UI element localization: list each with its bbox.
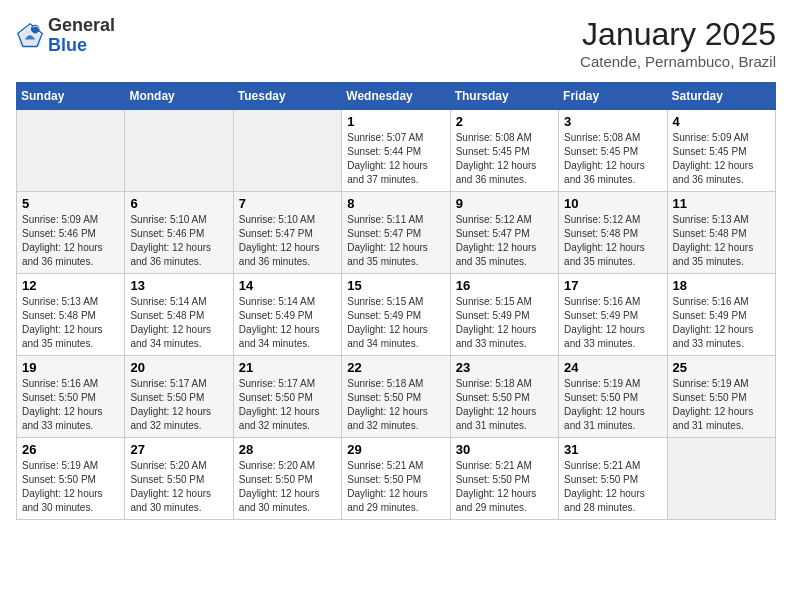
location-subtitle: Catende, Pernambuco, Brazil <box>580 53 776 70</box>
calendar-cell: 22Sunrise: 5:18 AM Sunset: 5:50 PM Dayli… <box>342 356 450 438</box>
calendar-cell <box>17 110 125 192</box>
week-row-2: 5Sunrise: 5:09 AM Sunset: 5:46 PM Daylig… <box>17 192 776 274</box>
calendar-cell: 15Sunrise: 5:15 AM Sunset: 5:49 PM Dayli… <box>342 274 450 356</box>
day-number: 10 <box>564 196 661 211</box>
day-info: Sunrise: 5:10 AM Sunset: 5:47 PM Dayligh… <box>239 213 336 269</box>
day-number: 19 <box>22 360 119 375</box>
calendar-cell: 4Sunrise: 5:09 AM Sunset: 5:45 PM Daylig… <box>667 110 775 192</box>
day-number: 4 <box>673 114 770 129</box>
calendar-cell: 14Sunrise: 5:14 AM Sunset: 5:49 PM Dayli… <box>233 274 341 356</box>
day-info: Sunrise: 5:16 AM Sunset: 5:49 PM Dayligh… <box>673 295 770 351</box>
day-number: 26 <box>22 442 119 457</box>
day-info: Sunrise: 5:12 AM Sunset: 5:48 PM Dayligh… <box>564 213 661 269</box>
week-row-1: 1Sunrise: 5:07 AM Sunset: 5:44 PM Daylig… <box>17 110 776 192</box>
calendar-cell: 24Sunrise: 5:19 AM Sunset: 5:50 PM Dayli… <box>559 356 667 438</box>
calendar-cell: 18Sunrise: 5:16 AM Sunset: 5:49 PM Dayli… <box>667 274 775 356</box>
day-info: Sunrise: 5:09 AM Sunset: 5:45 PM Dayligh… <box>673 131 770 187</box>
day-number: 29 <box>347 442 444 457</box>
day-number: 14 <box>239 278 336 293</box>
month-title: January 2025 <box>580 16 776 53</box>
calendar-cell: 3Sunrise: 5:08 AM Sunset: 5:45 PM Daylig… <box>559 110 667 192</box>
calendar-cell: 25Sunrise: 5:19 AM Sunset: 5:50 PM Dayli… <box>667 356 775 438</box>
calendar-cell <box>233 110 341 192</box>
day-number: 22 <box>347 360 444 375</box>
day-info: Sunrise: 5:14 AM Sunset: 5:48 PM Dayligh… <box>130 295 227 351</box>
page-header: General Blue January 2025 Catende, Perna… <box>16 16 776 70</box>
day-number: 7 <box>239 196 336 211</box>
calendar-cell: 8Sunrise: 5:11 AM Sunset: 5:47 PM Daylig… <box>342 192 450 274</box>
day-number: 24 <box>564 360 661 375</box>
weekday-header-thursday: Thursday <box>450 83 558 110</box>
day-info: Sunrise: 5:17 AM Sunset: 5:50 PM Dayligh… <box>239 377 336 433</box>
day-info: Sunrise: 5:12 AM Sunset: 5:47 PM Dayligh… <box>456 213 553 269</box>
day-info: Sunrise: 5:21 AM Sunset: 5:50 PM Dayligh… <box>347 459 444 515</box>
day-info: Sunrise: 5:21 AM Sunset: 5:50 PM Dayligh… <box>456 459 553 515</box>
calendar-cell: 29Sunrise: 5:21 AM Sunset: 5:50 PM Dayli… <box>342 438 450 520</box>
day-info: Sunrise: 5:18 AM Sunset: 5:50 PM Dayligh… <box>456 377 553 433</box>
calendar-table: SundayMondayTuesdayWednesdayThursdayFrid… <box>16 82 776 520</box>
calendar-cell: 5Sunrise: 5:09 AM Sunset: 5:46 PM Daylig… <box>17 192 125 274</box>
calendar-cell: 31Sunrise: 5:21 AM Sunset: 5:50 PM Dayli… <box>559 438 667 520</box>
day-info: Sunrise: 5:13 AM Sunset: 5:48 PM Dayligh… <box>22 295 119 351</box>
calendar-cell: 2Sunrise: 5:08 AM Sunset: 5:45 PM Daylig… <box>450 110 558 192</box>
weekday-header-friday: Friday <box>559 83 667 110</box>
day-info: Sunrise: 5:19 AM Sunset: 5:50 PM Dayligh… <box>22 459 119 515</box>
calendar-cell: 19Sunrise: 5:16 AM Sunset: 5:50 PM Dayli… <box>17 356 125 438</box>
day-number: 11 <box>673 196 770 211</box>
weekday-header-row: SundayMondayTuesdayWednesdayThursdayFrid… <box>17 83 776 110</box>
day-number: 9 <box>456 196 553 211</box>
day-info: Sunrise: 5:19 AM Sunset: 5:50 PM Dayligh… <box>673 377 770 433</box>
logo-general-text: General <box>48 15 115 35</box>
day-number: 21 <box>239 360 336 375</box>
day-number: 3 <box>564 114 661 129</box>
logo-blue-text: Blue <box>48 35 87 55</box>
day-number: 23 <box>456 360 553 375</box>
day-number: 8 <box>347 196 444 211</box>
day-info: Sunrise: 5:18 AM Sunset: 5:50 PM Dayligh… <box>347 377 444 433</box>
day-info: Sunrise: 5:10 AM Sunset: 5:46 PM Dayligh… <box>130 213 227 269</box>
calendar-cell: 20Sunrise: 5:17 AM Sunset: 5:50 PM Dayli… <box>125 356 233 438</box>
calendar-cell: 7Sunrise: 5:10 AM Sunset: 5:47 PM Daylig… <box>233 192 341 274</box>
logo: General Blue <box>16 16 115 56</box>
day-info: Sunrise: 5:16 AM Sunset: 5:49 PM Dayligh… <box>564 295 661 351</box>
day-info: Sunrise: 5:11 AM Sunset: 5:47 PM Dayligh… <box>347 213 444 269</box>
calendar-cell: 11Sunrise: 5:13 AM Sunset: 5:48 PM Dayli… <box>667 192 775 274</box>
day-info: Sunrise: 5:16 AM Sunset: 5:50 PM Dayligh… <box>22 377 119 433</box>
calendar-cell: 13Sunrise: 5:14 AM Sunset: 5:48 PM Dayli… <box>125 274 233 356</box>
weekday-header-tuesday: Tuesday <box>233 83 341 110</box>
day-info: Sunrise: 5:08 AM Sunset: 5:45 PM Dayligh… <box>564 131 661 187</box>
day-number: 6 <box>130 196 227 211</box>
day-info: Sunrise: 5:20 AM Sunset: 5:50 PM Dayligh… <box>239 459 336 515</box>
calendar-cell: 28Sunrise: 5:20 AM Sunset: 5:50 PM Dayli… <box>233 438 341 520</box>
calendar-cell <box>125 110 233 192</box>
calendar-cell: 9Sunrise: 5:12 AM Sunset: 5:47 PM Daylig… <box>450 192 558 274</box>
day-number: 27 <box>130 442 227 457</box>
calendar-cell: 6Sunrise: 5:10 AM Sunset: 5:46 PM Daylig… <box>125 192 233 274</box>
day-number: 12 <box>22 278 119 293</box>
title-block: January 2025 Catende, Pernambuco, Brazil <box>580 16 776 70</box>
day-number: 1 <box>347 114 444 129</box>
week-row-4: 19Sunrise: 5:16 AM Sunset: 5:50 PM Dayli… <box>17 356 776 438</box>
calendar-cell: 1Sunrise: 5:07 AM Sunset: 5:44 PM Daylig… <box>342 110 450 192</box>
day-info: Sunrise: 5:20 AM Sunset: 5:50 PM Dayligh… <box>130 459 227 515</box>
day-number: 20 <box>130 360 227 375</box>
week-row-5: 26Sunrise: 5:19 AM Sunset: 5:50 PM Dayli… <box>17 438 776 520</box>
day-number: 16 <box>456 278 553 293</box>
day-info: Sunrise: 5:14 AM Sunset: 5:49 PM Dayligh… <box>239 295 336 351</box>
logo-icon <box>16 22 44 50</box>
day-number: 2 <box>456 114 553 129</box>
calendar-cell: 17Sunrise: 5:16 AM Sunset: 5:49 PM Dayli… <box>559 274 667 356</box>
day-info: Sunrise: 5:21 AM Sunset: 5:50 PM Dayligh… <box>564 459 661 515</box>
day-info: Sunrise: 5:15 AM Sunset: 5:49 PM Dayligh… <box>347 295 444 351</box>
day-info: Sunrise: 5:19 AM Sunset: 5:50 PM Dayligh… <box>564 377 661 433</box>
calendar-cell: 26Sunrise: 5:19 AM Sunset: 5:50 PM Dayli… <box>17 438 125 520</box>
day-number: 28 <box>239 442 336 457</box>
day-number: 31 <box>564 442 661 457</box>
weekday-header-saturday: Saturday <box>667 83 775 110</box>
day-number: 25 <box>673 360 770 375</box>
day-number: 13 <box>130 278 227 293</box>
day-number: 18 <box>673 278 770 293</box>
day-info: Sunrise: 5:15 AM Sunset: 5:49 PM Dayligh… <box>456 295 553 351</box>
day-info: Sunrise: 5:08 AM Sunset: 5:45 PM Dayligh… <box>456 131 553 187</box>
day-number: 5 <box>22 196 119 211</box>
